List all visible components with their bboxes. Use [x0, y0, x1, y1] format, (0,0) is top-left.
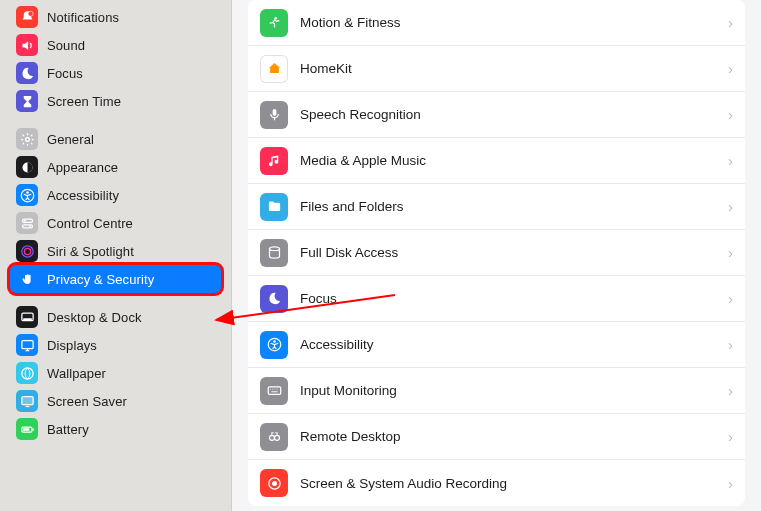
sidebar-item-desktop-dock[interactable]: Desktop & Dock [10, 303, 221, 331]
home-icon [260, 55, 288, 83]
sidebar-item-displays[interactable]: Displays [10, 331, 221, 359]
sidebar-item-battery[interactable]: Battery [10, 415, 221, 443]
sidebar-item-general[interactable]: General [10, 125, 221, 153]
keyboard-icon [260, 377, 288, 405]
accessibility-icon [260, 331, 288, 359]
screensaver-icon [16, 390, 38, 412]
sidebar-item-accessibility[interactable]: Accessibility [10, 181, 221, 209]
gear-icon [16, 128, 38, 150]
sidebar-item-wallpaper[interactable]: Wallpaper [10, 359, 221, 387]
record-icon [260, 469, 288, 497]
settings-row-screen-system-audio-recording[interactable]: Screen & System Audio Recording› [248, 460, 745, 506]
sidebar-item-label: Sound [47, 38, 85, 53]
folder-icon [260, 193, 288, 221]
siri-icon [16, 240, 38, 262]
svg-point-26 [269, 435, 274, 440]
sidebar-item-label: Desktop & Dock [47, 310, 142, 325]
svg-rect-15 [21, 396, 32, 404]
svg-rect-21 [272, 109, 276, 116]
hourglass-icon [16, 90, 38, 112]
svg-point-22 [269, 247, 279, 251]
svg-point-6 [24, 219, 26, 221]
settings-row-motion-fitness[interactable]: Motion & Fitness› [248, 0, 745, 46]
svg-point-10 [24, 248, 30, 254]
sidebar-item-focus[interactable]: Focus [10, 59, 221, 87]
settings-row-label: HomeKit [300, 61, 728, 76]
sidebar-item-screen-time[interactable]: Screen Time [10, 87, 221, 115]
sidebar-item-siri-spotlight[interactable]: Siri & Spotlight [10, 237, 221, 265]
sidebar-item-appearance[interactable]: Appearance [10, 153, 221, 181]
appearance-icon [16, 156, 38, 178]
settings-row-full-disk-access[interactable]: Full Disk Access› [248, 230, 745, 276]
svg-point-20 [274, 17, 277, 20]
accessibility-icon [16, 184, 38, 206]
chevron-right-icon: › [728, 152, 733, 169]
svg-rect-18 [23, 428, 29, 431]
bell-badge-icon [16, 6, 38, 28]
settings-row-label: Files and Folders [300, 199, 728, 214]
sidebar-item-label: Battery [47, 422, 89, 437]
settings-row-label: Media & Apple Music [300, 153, 728, 168]
sidebar: NotificationsSoundFocusScreen TimeGenera… [0, 0, 232, 511]
battery-icon [16, 418, 38, 440]
settings-row-label: Full Disk Access [300, 245, 728, 260]
moon-icon [260, 285, 288, 313]
settings-row-homekit[interactable]: HomeKit› [248, 46, 745, 92]
sidebar-item-screen-saver[interactable]: Screen Saver [10, 387, 221, 415]
chevron-right-icon: › [728, 382, 733, 399]
sidebar-item-control-centre[interactable]: Control Centre [10, 209, 221, 237]
displays-icon [16, 334, 38, 356]
settings-row-media-apple-music[interactable]: Media & Apple Music› [248, 138, 745, 184]
svg-point-27 [274, 435, 279, 440]
svg-rect-12 [23, 318, 32, 321]
settings-row-focus[interactable]: Focus› [248, 276, 745, 322]
chevron-right-icon: › [728, 244, 733, 261]
sidebar-item-label: Control Centre [47, 216, 133, 231]
settings-row-label: Accessibility [300, 337, 728, 352]
settings-row-label: Screen & System Audio Recording [300, 476, 728, 491]
chevron-right-icon: › [728, 336, 733, 353]
settings-row-label: Motion & Fitness [300, 15, 728, 30]
speaker-icon [16, 34, 38, 56]
settings-row-files-and-folders[interactable]: Files and Folders› [248, 184, 745, 230]
svg-point-8 [29, 225, 31, 227]
settings-row-remote-desktop[interactable]: Remote Desktop› [248, 414, 745, 460]
sidebar-item-notifications[interactable]: Notifications [10, 3, 221, 31]
chevron-right-icon: › [728, 14, 733, 31]
sidebar-item-label: Appearance [47, 160, 118, 175]
chevron-right-icon: › [728, 60, 733, 77]
main-panel: Motion & Fitness›HomeKit›Speech Recognit… [232, 0, 761, 511]
chevron-right-icon: › [728, 428, 733, 445]
svg-point-1 [25, 137, 29, 141]
chevron-right-icon: › [728, 106, 733, 123]
svg-rect-25 [268, 387, 281, 395]
settings-row-label: Speech Recognition [300, 107, 728, 122]
svg-rect-5 [22, 219, 32, 222]
settings-row-label: Remote Desktop [300, 429, 728, 444]
sidebar-item-label: Accessibility [47, 188, 119, 203]
settings-row-speech-recognition[interactable]: Speech Recognition› [248, 92, 745, 138]
control-centre-icon [16, 212, 38, 234]
chevron-right-icon: › [728, 475, 733, 492]
sidebar-item-label: Focus [47, 66, 83, 81]
sidebar-item-label: Siri & Spotlight [47, 244, 134, 259]
settings-row-input-monitoring[interactable]: Input Monitoring› [248, 368, 745, 414]
sidebar-item-label: General [47, 132, 94, 147]
sidebar-item-sound[interactable]: Sound [10, 31, 221, 59]
sidebar-item-label: Wallpaper [47, 366, 106, 381]
svg-rect-7 [22, 224, 32, 227]
hand-icon [16, 268, 38, 290]
sidebar-item-label: Notifications [47, 10, 119, 25]
svg-point-14 [21, 367, 32, 378]
dock-icon [16, 306, 38, 328]
settings-row-label: Input Monitoring [300, 383, 728, 398]
settings-row-accessibility[interactable]: Accessibility› [248, 322, 745, 368]
svg-point-29 [272, 481, 277, 486]
sidebar-item-privacy-security[interactable]: Privacy & Security [10, 265, 221, 293]
binoculars-icon [260, 423, 288, 451]
disk-icon [260, 239, 288, 267]
settings-list: Motion & Fitness›HomeKit›Speech Recognit… [248, 0, 745, 506]
svg-point-4 [26, 191, 29, 194]
sidebar-item-label: Screen Time [47, 94, 121, 109]
sidebar-item-label: Privacy & Security [47, 272, 154, 287]
